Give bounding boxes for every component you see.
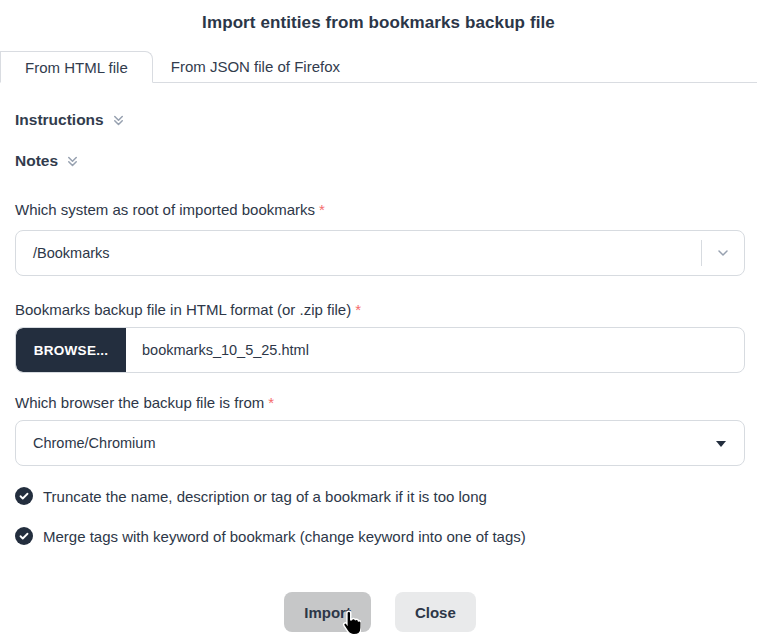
notes-label: Notes [15, 152, 58, 170]
close-button[interactable]: Close [395, 592, 476, 632]
notes-toggle[interactable]: Notes [15, 152, 80, 170]
merge-tags-checkbox-row: Merge tags with keyword of bookmark (cha… [15, 527, 745, 545]
page-title: Import entities from bookmarks backup fi… [0, 0, 757, 33]
truncate-checkbox-row: Truncate the name, description or tag of… [15, 487, 745, 505]
required-asterisk: * [355, 301, 361, 318]
chevron-down-icon[interactable] [715, 245, 731, 261]
browser-value: Chrome/Chromium [16, 435, 155, 451]
chevrons-down-icon [65, 154, 80, 169]
tab-from-html-file[interactable]: From HTML file [0, 51, 153, 83]
instructions-toggle[interactable]: Instructions [15, 111, 126, 129]
check-icon [18, 490, 30, 502]
instructions-label: Instructions [15, 111, 104, 129]
chevrons-down-icon [111, 113, 126, 128]
truncate-checkbox[interactable] [15, 487, 33, 505]
label-text: Which browser the backup file is from [15, 394, 264, 411]
root-system-label: Which system as root of imported bookmar… [15, 201, 745, 218]
browser-label: Which browser the backup file is from* [15, 394, 745, 411]
merge-tags-checkbox-label: Merge tags with keyword of bookmark (cha… [43, 528, 526, 545]
label-text: Bookmarks backup file in HTML format (or… [15, 301, 351, 318]
required-asterisk: * [319, 201, 325, 218]
tab-label: From JSON file of Firefox [171, 58, 340, 75]
root-system-select[interactable]: /Bookmarks [15, 230, 745, 276]
import-button[interactable]: Import [284, 592, 371, 632]
backup-file-label: Bookmarks backup file in HTML format (or… [15, 301, 745, 318]
required-asterisk: * [268, 394, 274, 411]
select-divider [701, 240, 702, 266]
selected-filename: bookmarks_10_5_25.html [126, 342, 309, 358]
tab-label: From HTML file [25, 59, 128, 76]
root-system-value: /Bookmarks [16, 245, 110, 261]
browse-button[interactable]: BROWSE... [16, 328, 126, 372]
truncate-checkbox-label: Truncate the name, description or tag of… [43, 488, 487, 505]
action-buttons: Import Close [15, 592, 745, 632]
tab-bar: From HTML file From JSON file of Firefox [0, 51, 757, 83]
backup-file-input[interactable]: BROWSE... bookmarks_10_5_25.html [15, 327, 745, 373]
form-content: Instructions Notes Which system as root … [0, 111, 757, 632]
check-icon [18, 530, 30, 542]
label-text: Which system as root of imported bookmar… [15, 201, 315, 218]
caret-down-icon [716, 441, 726, 447]
browser-select[interactable]: Chrome/Chromium [15, 420, 745, 466]
merge-tags-checkbox[interactable] [15, 527, 33, 545]
tab-from-json-firefox[interactable]: From JSON file of Firefox [153, 50, 358, 82]
